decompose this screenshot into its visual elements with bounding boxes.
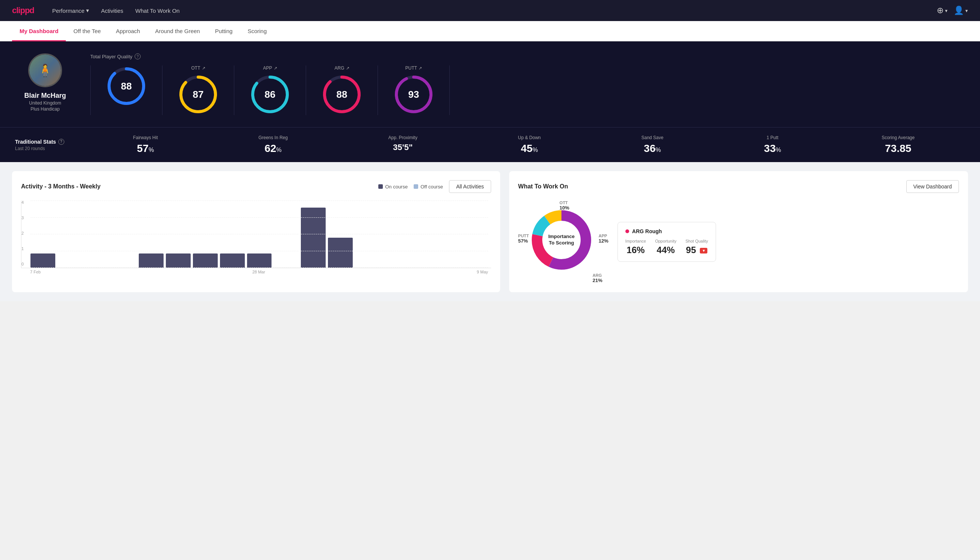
add-button[interactable]: ⊕ ▾ bbox=[937, 6, 948, 15]
legend-offcourse-dot bbox=[414, 184, 418, 189]
svg-text:88: 88 bbox=[121, 80, 132, 92]
score-ott: OTT ↗ 87 bbox=[163, 65, 234, 115]
activity-card-title: Activity - 3 Months - Weekly bbox=[21, 183, 100, 190]
view-dashboard-button[interactable]: View Dashboard bbox=[906, 180, 959, 193]
circle-app-svg: 86 bbox=[249, 74, 291, 115]
tab-scoring[interactable]: Scoring bbox=[240, 21, 274, 42]
tab-my-dashboard[interactable]: My Dashboard bbox=[12, 21, 66, 42]
avatar: 🧍 bbox=[28, 53, 62, 87]
putt-label: PUTT ↗ bbox=[405, 65, 422, 71]
total-quality-label: Total Player Quality ? bbox=[90, 53, 965, 59]
legend-oncourse-dot bbox=[378, 184, 383, 189]
arg-outer-label: ARG 21% bbox=[593, 273, 602, 283]
stat-fairways-hit: Fairways Hit 57% bbox=[133, 135, 158, 155]
tabs-bar: My Dashboard Off the Tee Approach Around… bbox=[0, 21, 980, 42]
ott-label: OTT ↗ bbox=[191, 65, 205, 71]
score-circles: 88 OTT ↗ 87 bbox=[90, 65, 965, 115]
user-menu[interactable]: 👤 ▾ bbox=[954, 6, 968, 15]
stat-sand-save: Sand Save 36% bbox=[641, 135, 663, 155]
nav-what-to-work-on[interactable]: What To Work On bbox=[135, 2, 180, 20]
nav-performance[interactable]: Performance ▾ bbox=[52, 1, 89, 20]
svg-text:To Scoring: To Scoring bbox=[549, 240, 574, 246]
info-metric-shot-quality: Shot Quality 95 ▼ bbox=[686, 239, 708, 255]
legend-oncourse: On course bbox=[378, 184, 408, 190]
info-metric-importance: Importance 16% bbox=[626, 239, 646, 255]
arg-label: ARG ↗ bbox=[334, 65, 349, 71]
trad-label-title: Traditional Stats ? bbox=[15, 139, 83, 145]
putt-arrow: ↗ bbox=[419, 66, 422, 71]
trad-label: Traditional Stats ? Last 20 rounds bbox=[15, 139, 83, 151]
info-metric-opportunity: Opportunity 44% bbox=[655, 239, 677, 255]
tab-putting[interactable]: Putting bbox=[208, 21, 240, 42]
work-on-card: What To Work On View Dashboard OTT 10% A… bbox=[509, 171, 968, 292]
circle-ott-svg: 87 bbox=[178, 74, 219, 115]
bar-11 bbox=[301, 208, 326, 268]
stat-scoring-avg: Scoring Average 73.85 bbox=[882, 135, 915, 155]
svg-text:Importance: Importance bbox=[548, 233, 575, 239]
nav-activities[interactable]: Activities bbox=[101, 2, 123, 20]
chevron-down-icon: ▾ bbox=[86, 7, 89, 14]
bar-9 bbox=[247, 253, 272, 268]
all-activities-button[interactable]: All Activities bbox=[449, 180, 491, 193]
trad-help-icon[interactable]: ? bbox=[58, 139, 64, 145]
tab-off-the-tee[interactable]: Off the Tee bbox=[66, 21, 108, 42]
logo[interactable]: clippd bbox=[12, 6, 34, 15]
donut-svg: Importance To Scoring bbox=[529, 208, 593, 272]
app-label: APP ↗ bbox=[263, 65, 277, 71]
putt-outer-label: PUTT 57% bbox=[518, 233, 529, 244]
legend-offcourse: Off course bbox=[414, 184, 443, 190]
circle-putt-svg: 93 bbox=[393, 74, 434, 115]
stat-up-down: Up & Down 45% bbox=[518, 135, 541, 155]
help-icon[interactable]: ? bbox=[135, 53, 141, 59]
stat-items: Fairways Hit 57% Greens In Reg 62% App. … bbox=[83, 135, 965, 155]
app-outer-label: APP 12% bbox=[599, 233, 609, 244]
score-app: APP ↗ 86 bbox=[234, 65, 306, 115]
donut-svg-container: Importance To Scoring bbox=[529, 208, 593, 273]
svg-text:88: 88 bbox=[336, 89, 348, 100]
app-arrow: ↗ bbox=[274, 66, 277, 71]
stat-1putt: 1 Putt 33% bbox=[764, 135, 781, 155]
work-on-header: What To Work On View Dashboard bbox=[518, 180, 959, 193]
red-badge: ▼ bbox=[700, 248, 707, 253]
y-labels: 0 1 2 3 4 bbox=[22, 200, 24, 268]
pink-dot bbox=[626, 229, 629, 233]
hero-section: 🧍 Blair McHarg United Kingdom Plus Handi… bbox=[0, 42, 980, 127]
activity-legend: On course Off course bbox=[378, 184, 443, 190]
stat-greens-in-reg: Greens In Reg 62% bbox=[258, 135, 288, 155]
x-labels: 7 Feb 28 Mar 9 May bbox=[21, 268, 491, 274]
player-info: 🧍 Blair McHarg United Kingdom Plus Handi… bbox=[15, 53, 75, 112]
score-putt: PUTT ↗ 93 bbox=[378, 65, 450, 115]
bar-1 bbox=[30, 253, 55, 268]
svg-text:93: 93 bbox=[408, 89, 419, 100]
circle-total-svg: 88 bbox=[106, 65, 147, 107]
score-total: 88 bbox=[91, 65, 163, 115]
scores-section: Total Player Quality ? 88 OTT ↗ bbox=[90, 53, 965, 115]
bar-12 bbox=[328, 238, 353, 268]
bar-6 bbox=[166, 253, 191, 268]
svg-text:87: 87 bbox=[193, 89, 204, 100]
activity-card-header: Activity - 3 Months - Weekly On course O… bbox=[21, 180, 491, 193]
ott-arrow: ↗ bbox=[202, 66, 205, 71]
info-card: ARG Rough Importance 16% Opportunity 44%… bbox=[617, 222, 716, 262]
player-name: Blair McHarg bbox=[24, 92, 66, 100]
donut-section: OTT 10% APP 12% ARG 21% PUTT 57% bbox=[518, 200, 959, 283]
score-arg: ARG ↗ 88 bbox=[306, 65, 378, 115]
svg-text:86: 86 bbox=[265, 89, 276, 100]
chart-bars: 0 1 2 3 4 bbox=[21, 200, 491, 268]
bar-7 bbox=[193, 253, 218, 268]
nav-right: ⊕ ▾ 👤 ▾ bbox=[937, 6, 968, 15]
bar-5 bbox=[139, 253, 163, 268]
player-location: United Kingdom bbox=[29, 100, 61, 106]
tab-around-the-green[interactable]: Around the Green bbox=[147, 21, 207, 42]
bottom-section: Activity - 3 Months - Weekly On course O… bbox=[0, 162, 980, 301]
info-card-title: ARG Rough bbox=[626, 228, 708, 234]
work-on-title: What To Work On bbox=[518, 183, 568, 190]
player-handicap: Plus Handicap bbox=[30, 107, 60, 112]
bar-8 bbox=[220, 253, 245, 268]
trad-label-sub: Last 20 rounds bbox=[15, 146, 83, 151]
activity-card: Activity - 3 Months - Weekly On course O… bbox=[12, 171, 500, 292]
tab-approach[interactable]: Approach bbox=[108, 21, 147, 42]
circle-arg-svg: 88 bbox=[321, 74, 363, 115]
traditional-stats: Traditional Stats ? Last 20 rounds Fairw… bbox=[0, 127, 980, 162]
avatar-image: 🧍 bbox=[29, 55, 61, 86]
